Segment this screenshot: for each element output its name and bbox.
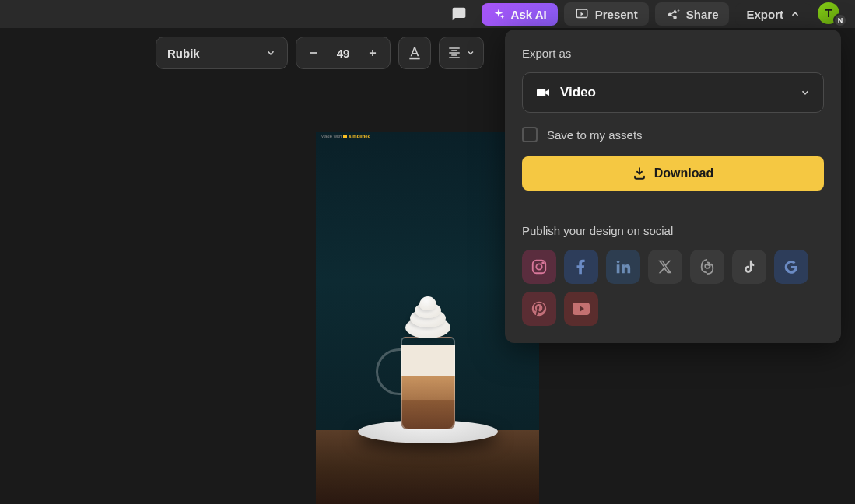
svg-rect-4	[537, 89, 545, 96]
avatar-group[interactable]: T N	[818, 2, 846, 26]
social-tiktok-button[interactable]	[732, 250, 766, 284]
divider	[522, 208, 824, 208]
comments-button[interactable]	[443, 2, 475, 26]
x-icon	[657, 259, 673, 275]
sparkle-icon	[492, 8, 505, 20]
increase-size-button[interactable]	[362, 42, 384, 64]
svg-text:+: +	[677, 8, 680, 12]
format-selector[interactable]: Video	[522, 72, 824, 113]
font-size-control: 49	[296, 37, 391, 69]
export-button[interactable]: Export	[735, 3, 811, 26]
minus-icon	[308, 47, 319, 58]
decrease-size-button[interactable]	[303, 42, 324, 64]
present-button[interactable]: Present	[564, 2, 649, 26]
export-as-label: Export as	[522, 47, 824, 60]
font-name: Rubik	[167, 47, 200, 60]
save-assets-row: Save to my assets	[522, 127, 824, 142]
social-google-button[interactable]	[774, 250, 808, 284]
social-instagram-button[interactable]	[522, 250, 556, 284]
video-icon	[535, 86, 551, 99]
svg-point-9	[617, 261, 620, 264]
social-x-button[interactable]	[648, 250, 682, 284]
text-color-button[interactable]	[398, 37, 431, 69]
download-icon	[632, 166, 647, 180]
linkedin-icon	[615, 258, 632, 275]
watermark-brand: simplified	[349, 134, 370, 138]
present-label: Present	[595, 8, 638, 21]
svg-point-7	[542, 262, 544, 264]
share-icon: +	[666, 7, 680, 21]
avatar-badge-text: N	[838, 16, 843, 24]
download-button[interactable]: Download	[522, 156, 824, 191]
format-value: Video	[560, 85, 596, 100]
google-icon	[783, 258, 800, 275]
watermark: Made with simplified	[321, 134, 370, 138]
download-label: Download	[654, 166, 713, 180]
glass-body	[401, 337, 455, 430]
avatar-initial: T	[825, 7, 832, 19]
topbar: Ask AI Present + Share Export T N	[0, 0, 855, 28]
chevron-up-icon	[790, 9, 801, 19]
social-grid	[522, 250, 824, 326]
social-linkedin-button[interactable]	[606, 250, 640, 284]
chevron-down-icon	[466, 48, 475, 58]
tiktok-icon	[741, 258, 757, 275]
social-threads-button[interactable]	[690, 250, 724, 284]
text-color-icon	[407, 45, 422, 61]
social-pinterest-button[interactable]	[522, 292, 556, 326]
comment-icon	[450, 6, 468, 22]
export-panel: Export as Video Save to my assets Downlo…	[505, 30, 841, 343]
social-youtube-button[interactable]	[564, 292, 598, 326]
publish-title: Publish your design on social	[522, 224, 824, 237]
pinterest-icon	[531, 300, 548, 317]
present-icon	[575, 7, 589, 21]
facebook-icon	[573, 258, 590, 275]
plus-icon	[367, 47, 378, 58]
save-assets-label: Save to my assets	[547, 128, 643, 142]
whipped-cream	[405, 299, 451, 338]
threads-icon	[699, 258, 716, 275]
instagram-icon	[531, 258, 548, 275]
chevron-down-icon	[265, 47, 276, 58]
svg-rect-8	[617, 264, 620, 273]
svg-rect-3	[409, 58, 419, 60]
export-label: Export	[746, 8, 783, 21]
align-icon	[447, 46, 461, 60]
share-button[interactable]: + Share	[655, 2, 730, 26]
social-facebook-button[interactable]	[564, 250, 598, 284]
svg-point-6	[536, 264, 541, 269]
watermark-text: Made with	[321, 134, 342, 138]
coffee-glass	[393, 321, 463, 430]
youtube-icon	[572, 302, 590, 316]
font-size-value[interactable]: 49	[328, 47, 359, 60]
chevron-down-icon	[800, 87, 811, 98]
avatar-badge: N	[833, 13, 847, 27]
share-label: Share	[686, 8, 719, 21]
save-assets-checkbox[interactable]	[522, 127, 538, 142]
ask-ai-label: Ask AI	[511, 8, 547, 21]
watermark-logo-icon	[343, 135, 347, 138]
ask-ai-button[interactable]: Ask AI	[482, 3, 558, 26]
alignment-button[interactable]	[439, 37, 484, 69]
font-selector[interactable]: Rubik	[156, 37, 288, 69]
